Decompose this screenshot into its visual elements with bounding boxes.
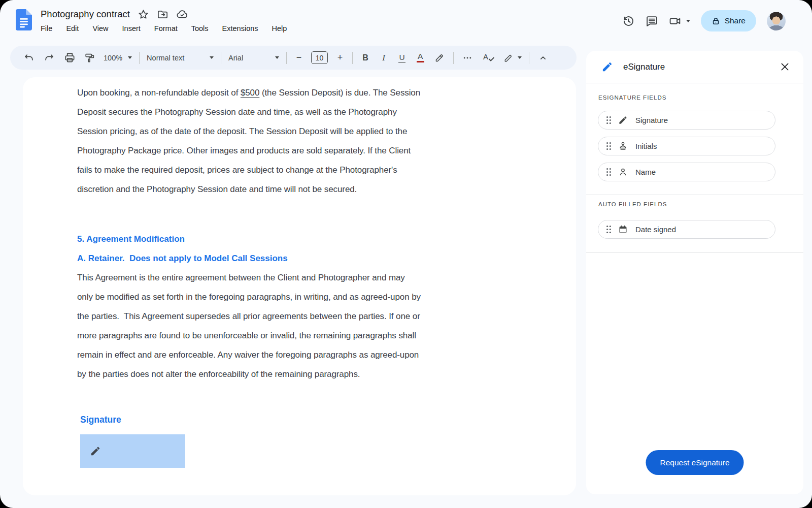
field-label: Signature [635,116,668,124]
document-title[interactable]: Photography contract [41,9,130,20]
menu-item-tools[interactable]: Tools [191,24,209,33]
signature-heading: Signature [80,410,421,429]
paragraph-line: Deposit secures the Photography Session … [77,103,421,122]
version-history-icon[interactable] [622,15,635,27]
text-run: Upon booking, a non-refundable deposit o… [77,88,241,98]
paragraph-line: Upon booking, a non-refundable deposit o… [77,83,421,103]
menu-item-help[interactable]: Help [272,24,287,33]
paragraph-line: the parties. This Agreement supersedes a… [77,307,421,326]
panel-header: eSignature [586,51,803,83]
document-page[interactable]: Upon booking, a non-refundable deposit o… [23,77,576,495]
lock-icon [712,17,720,25]
redo-icon[interactable] [43,51,56,65]
request-esignature-button[interactable]: Request eSignature [646,450,743,475]
field-label: Initials [635,142,657,150]
collapse-toolbar-icon[interactable] [536,51,550,65]
toolbar-separator [529,52,529,64]
field-item-initials[interactable]: Initials [598,137,775,155]
toolbar-separator [221,52,221,64]
text-color-glyph: A [418,53,423,60]
cloud-saved-icon[interactable] [176,8,188,20]
decrease-font-size-button[interactable]: − [294,51,304,65]
font-value: Arial [228,54,243,62]
drag-handle-icon[interactable] [606,225,612,234]
menu-item-view[interactable]: View [92,24,108,33]
text-color-button[interactable]: A [415,51,426,65]
titlebar: Photography contract [0,0,812,46]
menu-item-file[interactable]: File [41,24,52,33]
toolbar-separator [352,52,353,64]
paragraph-line: more paragraphs are found to be unenforc… [77,326,421,345]
font-select[interactable]: Arial [228,54,279,62]
initials-stamp-icon [618,141,628,151]
paint-format-icon[interactable] [83,51,96,65]
menu-item-insert[interactable]: Insert [122,24,141,33]
field-item-date-signed[interactable]: Date signed [598,220,775,239]
chevron-down-icon [210,56,214,59]
undo-icon[interactable] [22,51,36,65]
drag-handle-icon[interactable] [606,116,612,124]
zoom-select[interactable]: 100% [104,54,132,62]
paragraph-line: Session pricing, as of the date of the d… [77,122,421,141]
highlight-color-icon[interactable] [433,51,446,65]
panel-divider [586,195,803,195]
chevron-down-icon [128,56,132,59]
app-window: Photography contract [0,0,812,508]
section-heading: 5. Agreement Modification [77,230,421,249]
account-avatar[interactable] [767,12,786,30]
toolbar-separator [139,52,140,64]
toolbar: 100% Normal text Arial − 10 + B I U A [10,46,577,70]
google-docs-logo-icon[interactable] [16,9,32,30]
field-label: Name [635,168,656,176]
star-icon[interactable] [138,9,149,20]
paragraph-line: by the parties does not alter the enforc… [77,365,421,384]
video-call-icon[interactable] [669,15,682,27]
more-options-icon[interactable] [461,51,474,65]
bold-button[interactable]: B [360,51,371,65]
paragraph-line: fails to make the required deposit, pric… [77,161,421,180]
paragraph-line: Photography Package price. Other images … [77,141,421,161]
field-item-name[interactable]: Name [598,163,775,181]
menu-item-extensions[interactable]: Extensions [222,24,258,33]
svg-text:A: A [483,52,488,61]
paragraph-styles-select[interactable]: Normal text [147,54,214,62]
chevron-down-icon [518,56,522,59]
underline-button[interactable]: U [396,51,408,65]
close-icon [780,61,790,72]
drag-handle-icon[interactable] [606,168,612,176]
paragraph-line: only be modified as set forth in the for… [77,288,421,307]
subsection-heading: A. Retainer. Does not apply to Model Cal… [77,249,421,268]
pen-icon [503,53,514,63]
name-person-icon [618,167,628,177]
menubar: File Edit View Insert Format Tools Exten… [41,24,287,33]
zoom-value: 100% [104,54,122,62]
pen-tool-select[interactable] [503,53,522,63]
share-button[interactable]: Share [701,10,756,31]
signature-pen-icon [90,446,101,457]
spellcheck-icon[interactable]: A [481,51,496,65]
field-item-signature[interactable]: Signature [598,111,775,130]
text-run: (the Session Deposit) is due. The Sessio… [259,88,420,98]
menu-item-edit[interactable]: Edit [66,24,79,33]
panel-divider [586,83,803,83]
esignature-panel: eSignature ESIGNATURE FIELDS Signature [586,51,803,494]
font-size-input[interactable]: 10 [311,51,328,64]
styles-value: Normal text [147,54,184,62]
drag-handle-icon[interactable] [606,142,612,150]
date-calendar-icon [618,225,628,234]
underlined-amount: $500 [241,88,259,98]
chevron-down-icon [275,56,279,59]
menu-item-format[interactable]: Format [154,24,178,33]
paragraph-line: discretion and the Photography Session d… [77,180,421,199]
increase-font-size-button[interactable]: + [335,51,345,65]
move-folder-icon[interactable] [157,9,168,20]
signature-field[interactable] [80,434,185,468]
comments-icon[interactable] [646,15,658,27]
print-icon[interactable] [63,51,76,65]
video-call-dropdown-icon[interactable] [686,20,690,22]
italic-button[interactable]: I [378,51,389,65]
field-label: Date signed [635,225,676,234]
toolbar-separator [453,52,454,64]
section-label-esignature-fields: ESIGNATURE FIELDS [598,94,666,101]
close-panel-button[interactable] [780,61,790,72]
